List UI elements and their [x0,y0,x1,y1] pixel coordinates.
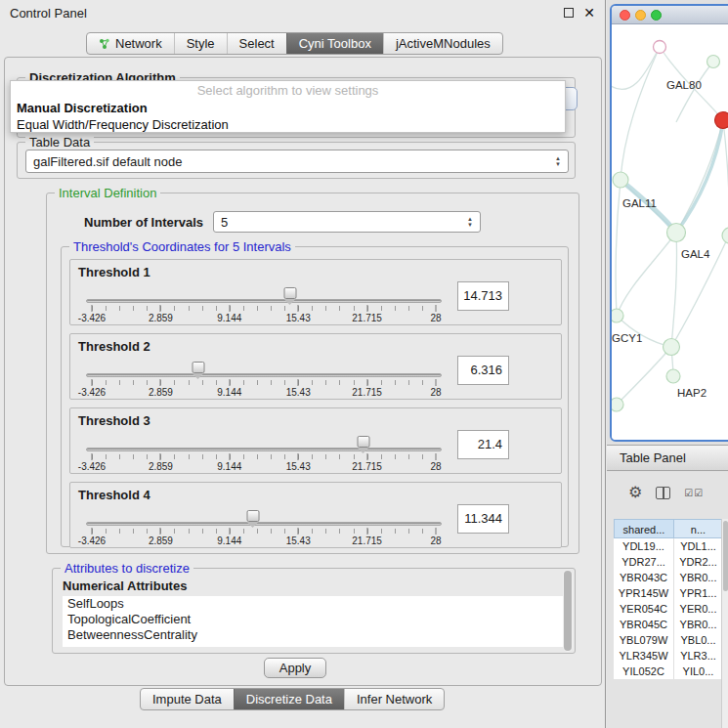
threshold-label: Threshold 4 [78,488,150,502]
attributes-group: Attributes to discretize Numerical Attri… [52,568,576,654]
table-cell: YER054C [614,601,674,617]
group-title: Interval Definition [55,186,160,200]
table-cell: YBR043C [614,570,674,585]
network-node[interactable] [707,56,720,68]
close-traffic-light-icon[interactable] [620,10,630,21]
tab-label: Cyni Toolbox [299,36,371,51]
threshold-3-panel: Threshold 3 -3.4262.8599.14415.4321.7152… [69,407,562,474]
tab-discretize-data[interactable]: Discretize Data [234,689,344,709]
table-cell: YBL079W [614,632,674,648]
slider-thumb[interactable] [358,436,370,448]
threshold-label: Threshold 2 [78,339,150,354]
combobox-value: galFiltered.sif default node [33,154,182,169]
slider-thumb[interactable] [247,510,260,522]
network-window-titlebar[interactable] [612,6,728,24]
tab-select[interactable]: Select [227,33,286,54]
threshold-4-panel: Threshold 4 -3.4262.8599.14415.4321.7152… [69,482,562,548]
tab-label: Discretize Data [246,692,332,707]
thresholds-group: Threshold's Coordinates for 5 Intervals … [61,246,569,547]
number-of-intervals-label: Number of Intervals [84,215,203,230]
threshold-value-field[interactable]: 6.316 [457,356,509,385]
attribute-list-item[interactable]: BetweennessCentrality [63,627,567,643]
table-cell: YBR0... [674,617,723,632]
table-cell: YLR3... [674,648,723,664]
apply-button[interactable]: Apply [264,658,326,678]
threshold-label: Threshold 3 [78,413,150,428]
table-body: YDL19...YDL1...YDR27...YDR2...YBR043CYBR… [614,538,723,679]
table-row[interactable]: YLR345WYLR3... [614,648,723,664]
attribute-list-item[interactable]: TopologicalCoefficient [63,612,567,627]
table-row[interactable]: YIL052CYIL0... [614,664,723,679]
select-columns-icon[interactable]: ☑☑ [684,488,704,498]
numerical-attributes-list[interactable]: SelfLoopsTopologicalCoefficientBetweenne… [63,596,567,647]
zoom-traffic-light-icon[interactable] [651,10,662,21]
table-cell: YIL0... [674,664,723,679]
float-window-icon[interactable] [564,8,574,18]
close-icon[interactable]: ✕ [583,7,595,19]
table-data-combobox[interactable]: galFiltered.sif default node ▲▼ [25,150,569,173]
gear-icon[interactable]: ⚙ [628,485,642,500]
table-row[interactable]: YDL19...YDL1... [614,538,723,554]
network-node[interactable] [666,369,680,383]
network-node-selected[interactable] [715,112,728,129]
tab-impute-data[interactable]: Impute Data [141,689,234,709]
combobox-value: 5 [221,215,228,230]
threshold-value-field[interactable]: 21.4 [457,430,509,459]
table-row[interactable]: YPR145WYPR1... [614,585,723,601]
threshold-2-slider[interactable]: -3.4262.8599.14415.4321.71528 [86,358,442,401]
attributes-scrollbar[interactable] [563,570,573,652]
column-header-name[interactable]: n... [674,519,723,538]
algorithm-dropdown-popup: Select algorithm to view settings Manual… [10,80,566,133]
threshold-value-field[interactable]: 11.344 [457,504,509,534]
network-node[interactable] [612,309,623,322]
tab-network[interactable]: Network [87,33,174,54]
tab-cyni-toolbox[interactable]: Cyni Toolbox [286,33,383,54]
threshold-3-slider[interactable]: -3.4262.8599.14415.4321.71528 [86,432,442,475]
table-row[interactable]: YDR27...YDR2... [614,554,723,570]
tab-style[interactable]: Style [174,33,227,54]
table-data-group: Table Data galFiltered.sif default node … [17,142,576,179]
network-node[interactable] [654,41,666,54]
threshold-value-field[interactable]: 14.713 [457,281,509,311]
threshold-2-panel: Threshold 2 -3.4262.8599.14415.4321.7152… [69,333,562,400]
table-scrollbar[interactable] [721,519,728,728]
table-row[interactable]: YER054CYER0... [614,601,723,617]
table-cell: YDL1... [674,538,723,554]
network-node[interactable] [722,228,728,243]
slider-thumb[interactable] [284,287,297,299]
threshold-label: Threshold 1 [78,265,150,279]
column-header-shared-name[interactable]: shared... [614,519,674,538]
table-cell: YER0... [674,601,723,617]
table-cell: YBR0... [674,570,723,585]
attribute-list-item[interactable]: SelfLoops [63,596,567,612]
columns-icon[interactable] [656,487,670,499]
table-row[interactable]: YBR045CYBR0... [614,617,723,632]
network-node[interactable] [664,339,680,356]
network-thick-edges [621,122,723,233]
threshold-4-slider[interactable]: -3.4262.8599.14415.4321.71528 [86,506,442,549]
table-cell: YBR045C [614,617,674,632]
network-canvas[interactable]: GAL80 GAL11 GAL4 GCY1 HAP2 [612,24,728,440]
dropdown-option-equal-width-frequency[interactable]: Equal Width/Frequency Discretization [11,116,565,133]
tab-infer-network[interactable]: Infer Network [344,689,444,709]
minimize-traffic-light-icon[interactable] [635,10,646,21]
dropdown-option-manual-discretization[interactable]: Manual Discretization [11,100,565,116]
slider-thumb[interactable] [193,362,205,373]
network-node[interactable] [612,398,623,411]
threshold-1-slider[interactable]: -3.4262.8599.14415.4321.71528 [86,283,442,326]
number-of-intervals-combobox[interactable]: 5 ▲▼ [213,211,481,233]
group-title: Attributes to discretize [61,561,193,576]
dropdown-placeholder: Select algorithm to view settings [11,81,565,100]
cyni-toolbox-panel: Discretization Algorithm Select algorith… [4,57,602,686]
top-tab-bar: Network Style Select Cyni Toolbox jActiv… [86,32,503,55]
network-node[interactable] [613,172,628,188]
threshold-1-panel: Threshold 1 -3.4262.8599.14415.4321.7152… [69,259,562,325]
spinner-arrows-icon: ▲▼ [555,156,561,167]
numerical-attributes-label: Numerical Attributes [63,578,187,593]
table-row[interactable]: YBL079WYBL0... [614,632,723,648]
tab-jactivemnodules[interactable]: jActiveMNodules [383,33,502,54]
network-node[interactable] [667,224,686,242]
node-label: GAL80 [666,79,702,91]
table-panel-title: Table Panel [620,450,686,465]
table-row[interactable]: YBR043CYBR0... [614,570,723,585]
